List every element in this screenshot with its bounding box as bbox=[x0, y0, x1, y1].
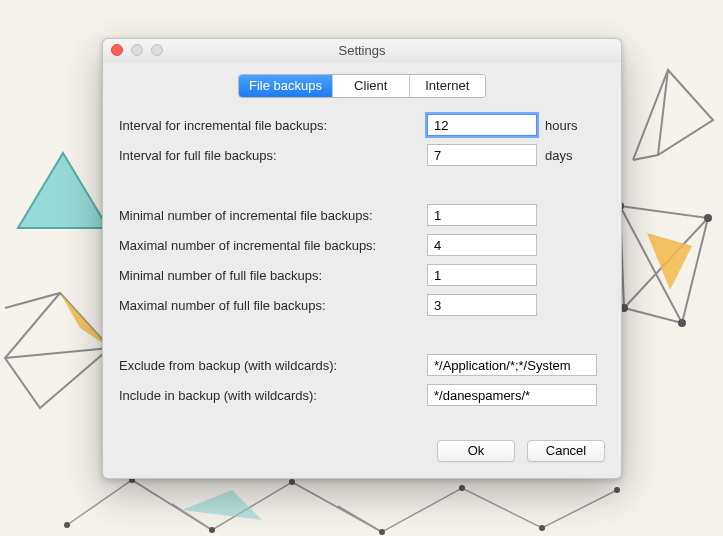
svg-marker-2 bbox=[620, 206, 708, 323]
svg-point-6 bbox=[678, 319, 686, 327]
row-min-full: Minimal number of full file backups: bbox=[119, 262, 605, 288]
tab-client[interactable]: Client bbox=[332, 75, 409, 97]
svg-point-10 bbox=[64, 522, 70, 528]
label-max-full: Maximal number of full file backups: bbox=[119, 298, 419, 313]
row-max-full: Maximal number of full file backups: bbox=[119, 292, 605, 318]
svg-marker-0 bbox=[18, 153, 108, 228]
svg-marker-3 bbox=[647, 233, 692, 290]
content-pane: File backups Client Internet Interval fo… bbox=[103, 62, 621, 426]
tab-bar: File backups Client Internet bbox=[238, 74, 486, 98]
svg-point-14 bbox=[379, 529, 385, 535]
input-full-interval[interactable] bbox=[427, 144, 537, 166]
label-exclude: Exclude from backup (with wildcards): bbox=[119, 358, 419, 373]
label-include: Include in backup (with wildcards): bbox=[119, 388, 419, 403]
label-min-incremental: Minimal number of incremental file backu… bbox=[119, 208, 419, 223]
tab-internet[interactable]: Internet bbox=[409, 75, 486, 97]
input-exclude[interactable] bbox=[427, 354, 597, 376]
row-include: Include in backup (with wildcards): bbox=[119, 382, 605, 408]
dialog-buttons: Ok Cancel bbox=[103, 426, 621, 478]
unit-incremental-interval: hours bbox=[545, 118, 595, 133]
svg-point-16 bbox=[539, 525, 545, 531]
label-min-full: Minimal number of full file backups: bbox=[119, 268, 419, 283]
window-title: Settings bbox=[103, 43, 621, 58]
settings-window: Settings File backups Client Internet In… bbox=[102, 38, 622, 479]
label-incremental-interval: Interval for incremental file backups: bbox=[119, 118, 419, 133]
ok-button[interactable]: Ok bbox=[437, 440, 515, 462]
input-max-full[interactable] bbox=[427, 294, 537, 316]
svg-point-15 bbox=[459, 485, 465, 491]
input-max-incremental[interactable] bbox=[427, 234, 537, 256]
svg-point-17 bbox=[614, 487, 620, 493]
cancel-button[interactable]: Cancel bbox=[527, 440, 605, 462]
svg-point-12 bbox=[209, 527, 215, 533]
svg-point-5 bbox=[704, 214, 712, 222]
label-full-interval: Interval for full file backups: bbox=[119, 148, 419, 163]
row-min-incremental: Minimal number of incremental file backu… bbox=[119, 202, 605, 228]
unit-full-interval: days bbox=[545, 148, 595, 163]
titlebar: Settings bbox=[103, 39, 621, 62]
row-full-interval: Interval for full file backups: days bbox=[119, 142, 605, 168]
label-max-incremental: Maximal number of incremental file backu… bbox=[119, 238, 419, 253]
row-incremental-interval: Interval for incremental file backups: h… bbox=[119, 112, 605, 138]
tab-file-backups[interactable]: File backups bbox=[239, 75, 332, 97]
svg-point-13 bbox=[289, 479, 295, 485]
row-max-incremental: Maximal number of incremental file backu… bbox=[119, 232, 605, 258]
input-min-incremental[interactable] bbox=[427, 204, 537, 226]
input-include[interactable] bbox=[427, 384, 597, 406]
row-exclude: Exclude from backup (with wildcards): bbox=[119, 352, 605, 378]
input-min-full[interactable] bbox=[427, 264, 537, 286]
input-incremental-interval[interactable] bbox=[427, 114, 537, 136]
svg-marker-9 bbox=[182, 490, 262, 520]
